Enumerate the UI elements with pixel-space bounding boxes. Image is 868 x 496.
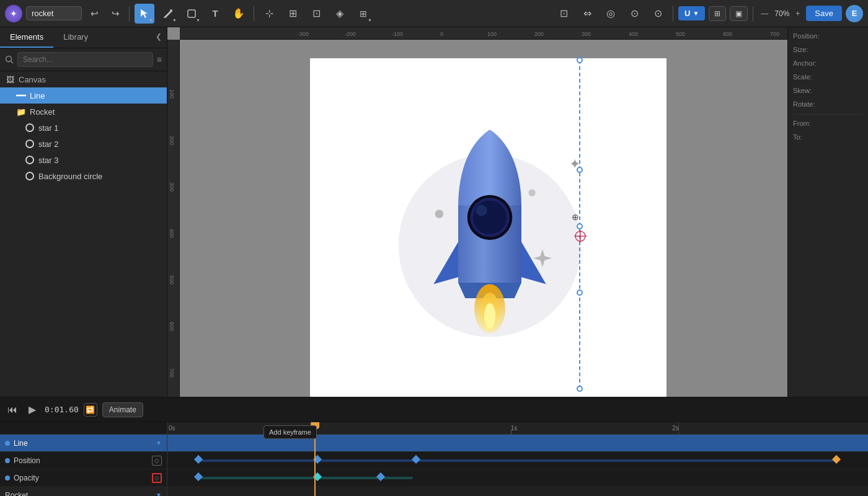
bgcircle-label: Background circle bbox=[38, 172, 102, 181]
prop-rotate: Rotate: bbox=[793, 100, 863, 108]
zoom-level: 70% bbox=[774, 9, 789, 18]
tree-item-canvas[interactable]: 🖼 Canvas bbox=[0, 71, 167, 87]
tab-elements[interactable]: Elements bbox=[0, 27, 53, 48]
svg-point-13 bbox=[476, 205, 487, 216]
ruler-label-v-300: 300 bbox=[169, 182, 175, 192]
timeline-layer-rocket[interactable]: Rocket ▼ bbox=[0, 487, 167, 496]
tooltip-text: Add keyframe bbox=[269, 428, 311, 436]
track-position[interactable] bbox=[167, 452, 868, 469]
opacity-keyframe-add-highlighted[interactable]: ◇ bbox=[152, 473, 162, 483]
tree-item-star2[interactable]: star 2 bbox=[0, 136, 167, 152]
ruler-label-neg300: -300 bbox=[298, 31, 309, 37]
toolbar-separator-4 bbox=[753, 6, 753, 21]
text-tool-button[interactable]: T bbox=[205, 4, 225, 24]
toolbar-right: ⊡ ⇔ ◎ ⊙ ⊙ U ▼ ⊞ ▣ — 70% + Save E bbox=[554, 4, 863, 24]
opacity-dot bbox=[5, 476, 10, 480]
ruler-label-0: 0 bbox=[440, 31, 443, 37]
tree-item-rocket[interactable]: 📁 Rocket bbox=[0, 104, 167, 120]
svg-rect-2 bbox=[188, 10, 195, 17]
keyframe-opacity-start[interactable] bbox=[194, 472, 203, 480]
animate-button[interactable]: Animate bbox=[102, 402, 143, 417]
transform-tool-button[interactable]: ⊹ bbox=[259, 4, 279, 24]
svg-line-4 bbox=[11, 61, 14, 64]
svg-point-16 bbox=[484, 303, 495, 329]
skew-label: Skew: bbox=[793, 87, 812, 94]
mirror-button[interactable]: ⇔ bbox=[577, 4, 597, 24]
keyframe-opacity-mid[interactable] bbox=[313, 472, 322, 480]
ruler-vertical: 100 200 300 400 500 600 700 bbox=[167, 40, 180, 397]
panel-tabs: Elements Library ❮ bbox=[0, 27, 167, 48]
timer-button[interactable]: ⊙ bbox=[624, 4, 644, 24]
line-layer-arrow[interactable]: ▼ bbox=[156, 440, 162, 446]
keyframe-opacity-end[interactable] bbox=[376, 472, 385, 480]
timeline-tracks[interactable]: 0s 1s 2s bbox=[167, 422, 868, 496]
boolean-tool-button[interactable]: ⊞ ▼ bbox=[353, 4, 373, 24]
ruler-horizontal: -300 -200 -100 0 100 200 300 400 500 600… bbox=[180, 27, 787, 40]
star1-icon bbox=[25, 123, 35, 133]
keyframe-pos-mid[interactable] bbox=[411, 454, 420, 463]
timeline-layer-position[interactable]: Position ◇ bbox=[0, 452, 167, 469]
ruler-label-600: 600 bbox=[723, 31, 732, 37]
pan-tool-button[interactable]: ✋ bbox=[229, 4, 249, 24]
tree-item-star3[interactable]: star 3 bbox=[0, 152, 167, 168]
position-label: Position: bbox=[793, 32, 819, 40]
rocket-layer-arrow[interactable]: ▼ bbox=[156, 492, 162, 496]
position-keyframe-add[interactable]: ◇ bbox=[152, 456, 162, 466]
rocket-folder-icon: 📁 bbox=[16, 107, 26, 117]
canvas-viewport[interactable]: ✦ ⊕ bbox=[180, 40, 787, 397]
preview-button[interactable]: ⊡ bbox=[554, 4, 574, 24]
keyframe-pos-end[interactable] bbox=[831, 454, 840, 463]
keyframe-pos-cursor[interactable] bbox=[313, 454, 322, 463]
track-rocket[interactable] bbox=[167, 487, 868, 496]
size-label: Size: bbox=[793, 46, 808, 53]
timeline-ruler-spacer bbox=[0, 422, 167, 435]
panel-collapse-button[interactable]: ❮ bbox=[151, 27, 167, 48]
crop-tool-button[interactable]: ⊡ bbox=[306, 4, 326, 24]
skip-back-button[interactable]: ⏮ bbox=[5, 402, 20, 417]
shape-tool-button[interactable]: ▼ bbox=[182, 4, 202, 24]
timer2-button[interactable]: ⊙ bbox=[648, 4, 668, 24]
prop-separator bbox=[793, 114, 863, 115]
ruler-label-400: 400 bbox=[629, 31, 638, 37]
search-input[interactable] bbox=[17, 52, 153, 67]
undo-button[interactable]: ↩ bbox=[86, 5, 103, 22]
play-button[interactable]: ▶ bbox=[25, 402, 40, 417]
svg-point-3 bbox=[6, 56, 12, 62]
pen-tool-button[interactable]: ▼ bbox=[158, 4, 178, 24]
track-opacity[interactable] bbox=[167, 469, 868, 487]
tree-item-star1[interactable]: star 1 bbox=[0, 120, 167, 136]
responsive-button[interactable]: ◎ bbox=[601, 4, 621, 24]
redo-button[interactable]: ↪ bbox=[107, 5, 124, 22]
search-icon bbox=[5, 55, 14, 64]
timeline-controls: ⏮ ▶ 0:01.60 🔁 Animate bbox=[0, 397, 868, 422]
line-label: Line bbox=[30, 91, 45, 100]
star3-label: star 3 bbox=[38, 156, 59, 165]
timeline-layer-line[interactable]: Line ▼ bbox=[0, 435, 167, 452]
uberflip-button[interactable]: U ▼ bbox=[678, 6, 705, 20]
prop-anchor: Anchor: bbox=[793, 60, 863, 67]
star2-label: star 2 bbox=[38, 140, 59, 149]
tab-library[interactable]: Library bbox=[53, 27, 98, 48]
canvas-area[interactable]: -300 -200 -100 0 100 200 300 400 500 600… bbox=[167, 27, 787, 397]
ruler-mark-2s: 2s bbox=[672, 425, 679, 432]
grid-view-button[interactable]: ⊞ bbox=[709, 6, 726, 21]
ruler-mark-1s: 1s bbox=[511, 425, 518, 432]
project-name-input[interactable] bbox=[26, 6, 82, 20]
save-button[interactable]: Save bbox=[806, 6, 842, 21]
tree-item-bgcircle[interactable]: Background circle bbox=[0, 168, 167, 184]
svg-point-12 bbox=[473, 200, 507, 234]
list-view-icon[interactable]: ≡ bbox=[157, 55, 162, 64]
align-tool-button[interactable]: ⊞ bbox=[283, 4, 303, 24]
main-area: Elements Library ❮ ≡ 🖼 Canvas Line bbox=[0, 27, 868, 397]
device-view-button[interactable]: ▣ bbox=[730, 6, 748, 21]
mask-tool-button[interactable]: ◈ bbox=[330, 4, 350, 24]
star3-icon bbox=[25, 155, 35, 165]
zoom-out-button[interactable]: — bbox=[758, 9, 771, 18]
loop-button[interactable]: 🔁 bbox=[84, 403, 97, 417]
keyframe-pos-start[interactable] bbox=[194, 454, 203, 463]
zoom-in-button[interactable]: + bbox=[793, 9, 802, 18]
timeline-layer-opacity[interactable]: Opacity ◇ bbox=[0, 469, 167, 487]
tree-item-line[interactable]: Line bbox=[0, 87, 167, 104]
select-tool-button[interactable]: ▼ bbox=[135, 4, 154, 24]
rocket-layer-name: Rocket bbox=[5, 491, 28, 497]
